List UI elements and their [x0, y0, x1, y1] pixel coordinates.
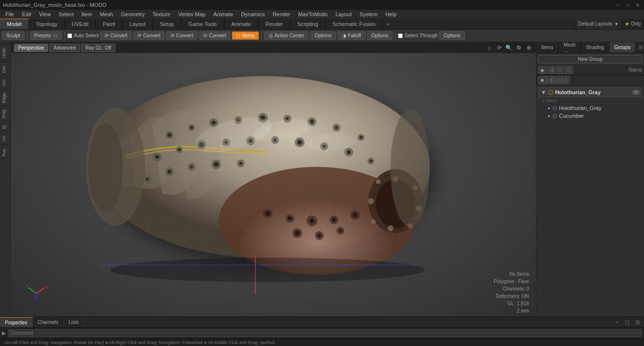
- menu-view[interactable]: View: [36, 11, 55, 18]
- sidebar-tab-uv[interactable]: UV:: [0, 76, 10, 89]
- group-vis-btn2[interactable]: ◁: [546, 76, 554, 84]
- autoselect-checkbox[interactable]: [67, 33, 72, 38]
- rp-square-btn1[interactable]: □: [556, 66, 564, 74]
- mode-tab-setup[interactable]: Setup: [153, 19, 181, 29]
- lists-tab[interactable]: Lists: [64, 317, 84, 327]
- menu-dynamics[interactable]: Dynamics: [238, 11, 268, 18]
- menu-mesh[interactable]: Mesh: [96, 11, 116, 18]
- props-grid-btn[interactable]: ⊡: [623, 318, 632, 327]
- viewport-3d[interactable]: Perspective Advanced Ray GL: Off ⌂ ⟳ 🔍 ⚙…: [11, 42, 536, 317]
- rp-tab-mesh[interactable]: Mesh ...: [559, 42, 581, 53]
- group-check-btn2[interactable]: □: [562, 76, 570, 84]
- action-center-button[interactable]: ◎ Action Center: [264, 31, 309, 40]
- mode-tab-schematic[interactable]: Schematic Fusion: [326, 19, 383, 29]
- selectthrough-checkbox[interactable]: [398, 33, 403, 38]
- menu-animate[interactable]: Animate: [210, 11, 236, 18]
- sidebar-tab-q[interactable]: Q:: [0, 121, 10, 132]
- command-input[interactable]: [8, 329, 642, 337]
- sidebar-tab-undo[interactable]: Undo: [0, 44, 10, 61]
- rp-tab-shading[interactable]: Shading: [581, 42, 610, 53]
- items-button[interactable]: ⬡ Items: [232, 31, 258, 40]
- menu-edit[interactable]: Edit: [19, 11, 35, 18]
- menu-file[interactable]: File: [2, 11, 18, 18]
- rp-square-btn2[interactable]: □: [565, 66, 573, 74]
- mode-tab-gametools[interactable]: Game Tools: [181, 19, 224, 29]
- viewport-expand-icon[interactable]: ⊕: [524, 43, 533, 52]
- sculpt-button[interactable]: Sculpt: [2, 31, 25, 40]
- menu-select[interactable]: Select: [55, 11, 77, 18]
- menu-vertexmap[interactable]: Vertex Map: [175, 11, 209, 18]
- props-add-btn[interactable]: +: [613, 318, 621, 327]
- selectthrough-checkbox-label[interactable]: Select Through: [398, 33, 438, 38]
- sidebar-tab-def[interactable]: Def.: [0, 61, 10, 76]
- convert-btn4[interactable]: ⟳ Convert: [199, 31, 230, 40]
- presets-button[interactable]: Presets F8: [30, 31, 62, 40]
- tree-item-cucumber[interactable]: ▸ ⬡ Cucumber: [538, 112, 642, 120]
- menu-geometry[interactable]: Geometry: [117, 11, 148, 18]
- menu-help[interactable]: Help: [382, 11, 400, 18]
- viewport-settings-icon[interactable]: ⚙: [514, 43, 523, 52]
- rp-tab-groups[interactable]: Groups: [610, 42, 636, 53]
- vp-tab-raygl[interactable]: Ray GL: Off: [81, 44, 116, 52]
- viewport-search-icon[interactable]: 🔍: [504, 43, 513, 52]
- group-vis-btn1[interactable]: ◉: [538, 76, 546, 84]
- sidebar-tab-edge[interactable]: Edge: [0, 89, 10, 106]
- group-count-badge: 2: [632, 90, 640, 95]
- rp-visible-btn[interactable]: ◉: [538, 66, 546, 74]
- maximize-btn[interactable]: □: [624, 1, 631, 8]
- tree-item-holothurian[interactable]: ▸ ⬡ Holothurian_Gray: [538, 104, 642, 112]
- options-btn2[interactable]: Options: [367, 31, 392, 40]
- menu-item[interactable]: Item: [78, 11, 95, 18]
- rp-tab-items[interactable]: Items: [536, 42, 559, 53]
- item2-icon: ⬡: [553, 113, 557, 119]
- svg-point-46: [214, 162, 219, 167]
- 3d-canvas[interactable]: No Items Polygons : Face Channels: 0 Def…: [11, 42, 536, 317]
- autoselect-checkbox-label[interactable]: Auto Select: [67, 33, 99, 38]
- props-expand-btn[interactable]: ⊞: [633, 318, 642, 327]
- rp-expand-btn[interactable]: ⊞: [636, 42, 644, 53]
- mode-tab-animate[interactable]: Animate: [224, 19, 258, 29]
- sidebar-tab-uv2[interactable]: UV: [0, 132, 10, 145]
- group-check-btn1[interactable]: □: [554, 76, 562, 84]
- mode-tab-paint[interactable]: Paint: [96, 19, 122, 29]
- mode-tab-model[interactable]: Model: [0, 19, 29, 29]
- convert-btn3[interactable]: ⟳ Convert: [166, 31, 197, 40]
- close-btn[interactable]: ✕: [634, 1, 641, 8]
- new-group-button[interactable]: New Group: [538, 55, 642, 63]
- sidebar-tab-fus[interactable]: Fus.: [0, 144, 10, 160]
- toolbar-separator3: [261, 31, 262, 40]
- mode-tab-render[interactable]: Render: [258, 19, 290, 29]
- svg-line-93: [28, 288, 36, 293]
- properties-tab[interactable]: Properties: [0, 317, 33, 327]
- mode-tab-topology[interactable]: Topology: [29, 19, 65, 29]
- vp-tab-perspective[interactable]: Perspective: [14, 44, 48, 52]
- mode-tab-scripting[interactable]: Scripting: [290, 19, 326, 29]
- convert-btn1[interactable]: ⟳ Convert: [100, 31, 132, 40]
- falloff-icon: ◑: [342, 33, 346, 38]
- menu-layout[interactable]: Layout: [332, 11, 355, 18]
- convert-btn2[interactable]: ⟳ Convert: [133, 31, 165, 40]
- title-bar: Holothurian_Gray_modo_base.lxo - MODO ─ …: [0, 0, 644, 10]
- minimize-btn[interactable]: ─: [615, 1, 621, 8]
- viewport-refresh-icon[interactable]: ⟳: [495, 43, 504, 52]
- falloff-button[interactable]: ◑ Falloff: [337, 31, 365, 40]
- options-btn3[interactable]: Options: [439, 31, 465, 40]
- menu-render[interactable]: Render: [269, 11, 294, 18]
- options-btn1[interactable]: Options: [310, 31, 336, 40]
- mode-plus-btn[interactable]: +: [383, 19, 393, 29]
- mode-tab-uvedit[interactable]: UVEdit: [65, 19, 96, 29]
- rp-back-btn[interactable]: ◁: [547, 66, 555, 74]
- viewport-home-icon[interactable]: ⌂: [485, 43, 494, 52]
- menu-texture[interactable]: Texture: [149, 11, 174, 18]
- window-controls[interactable]: ─ □ ✕: [615, 1, 641, 8]
- menu-system[interactable]: System: [356, 11, 381, 18]
- menu-maxtomodo[interactable]: MaxToModo: [295, 11, 331, 18]
- layouts-dropdown-icon[interactable]: ▼: [615, 22, 619, 27]
- vp-tab-advanced[interactable]: Advanced: [49, 44, 80, 52]
- channels-tab[interactable]: Channels: [33, 317, 64, 327]
- svg-point-63: [353, 213, 358, 217]
- item-label-cucumber: Cucumber: [559, 113, 584, 119]
- group-header[interactable]: ▼ ⬡ Holothurian_Gray 2: [538, 87, 642, 97]
- sidebar-tab-poly[interactable]: Poly: [0, 106, 10, 121]
- mode-tab-layout[interactable]: Layout: [122, 19, 153, 29]
